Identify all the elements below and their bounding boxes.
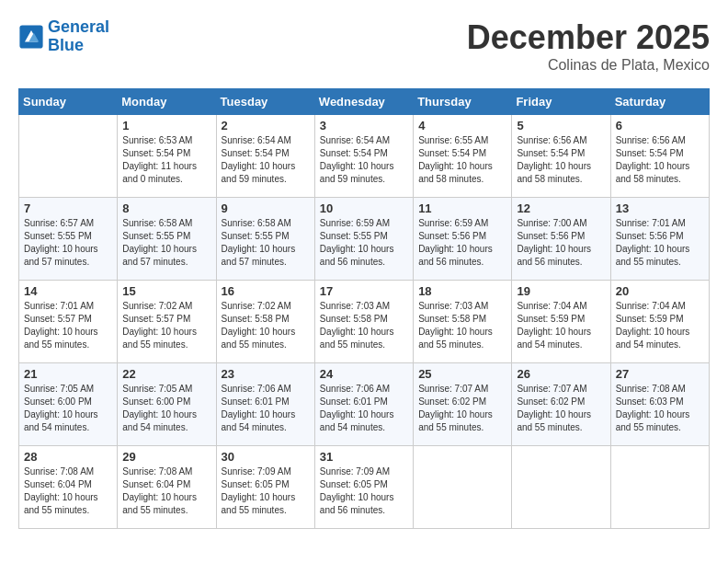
- day-info: Sunrise: 6:58 AM Sunset: 5:55 PM Dayligh…: [222, 217, 310, 269]
- day-cell: 1Sunrise: 6:53 AM Sunset: 5:54 PM Daylig…: [118, 115, 216, 198]
- title-block: December 2025 Colinas de Plata, Mexico: [467, 18, 710, 74]
- day-cell: 7Sunrise: 6:57 AM Sunset: 5:55 PM Daylig…: [19, 198, 118, 281]
- location: Colinas de Plata, Mexico: [467, 57, 710, 74]
- day-info: Sunrise: 7:09 AM Sunset: 6:05 PM Dayligh…: [320, 465, 408, 517]
- day-info: Sunrise: 7:01 AM Sunset: 5:57 PM Dayligh…: [24, 300, 112, 351]
- col-header-thursday: Thursday: [414, 89, 512, 115]
- col-header-saturday: Saturday: [610, 89, 709, 115]
- day-cell: 18Sunrise: 7:03 AM Sunset: 5:58 PM Dayli…: [414, 281, 512, 363]
- day-number: 11: [418, 201, 506, 215]
- day-cell: 23Sunrise: 7:06 AM Sunset: 6:01 PM Dayli…: [216, 363, 314, 446]
- col-header-friday: Friday: [512, 89, 610, 115]
- page-header: General Blue December 2025 Colinas de Pl…: [18, 18, 710, 74]
- day-cell: 21Sunrise: 7:05 AM Sunset: 6:00 PM Dayli…: [19, 363, 118, 446]
- day-cell: 24Sunrise: 7:06 AM Sunset: 6:01 PM Dayli…: [314, 363, 413, 446]
- day-cell: 20Sunrise: 7:04 AM Sunset: 5:59 PM Dayli…: [610, 281, 709, 363]
- day-info: Sunrise: 7:06 AM Sunset: 6:01 PM Dayligh…: [222, 383, 310, 434]
- day-number: 6: [616, 119, 704, 132]
- day-cell: 31Sunrise: 7:09 AM Sunset: 6:05 PM Dayli…: [314, 446, 413, 529]
- day-info: Sunrise: 7:08 AM Sunset: 6:04 PM Dayligh…: [24, 465, 112, 517]
- col-header-monday: Monday: [118, 89, 216, 115]
- week-row-1: 1Sunrise: 6:53 AM Sunset: 5:54 PM Daylig…: [19, 115, 710, 198]
- day-number: 10: [320, 201, 408, 215]
- day-cell: 25Sunrise: 7:07 AM Sunset: 6:02 PM Dayli…: [414, 363, 512, 446]
- day-cell: 3Sunrise: 6:54 AM Sunset: 5:54 PM Daylig…: [314, 115, 413, 198]
- day-cell: 13Sunrise: 7:01 AM Sunset: 5:56 PM Dayli…: [610, 198, 709, 281]
- day-cell: [610, 446, 709, 529]
- day-cell: 30Sunrise: 7:09 AM Sunset: 6:05 PM Dayli…: [216, 446, 314, 529]
- day-info: Sunrise: 6:57 AM Sunset: 5:55 PM Dayligh…: [24, 217, 112, 269]
- col-header-sunday: Sunday: [19, 89, 118, 115]
- day-number: 17: [320, 284, 408, 298]
- day-number: 20: [616, 284, 704, 298]
- day-info: Sunrise: 7:04 AM Sunset: 5:59 PM Dayligh…: [517, 300, 605, 351]
- day-info: Sunrise: 7:03 AM Sunset: 5:58 PM Dayligh…: [320, 300, 408, 351]
- day-info: Sunrise: 7:05 AM Sunset: 6:00 PM Dayligh…: [24, 383, 112, 434]
- day-info: Sunrise: 7:05 AM Sunset: 6:00 PM Dayligh…: [122, 383, 210, 434]
- day-number: 4: [418, 119, 506, 132]
- day-info: Sunrise: 7:07 AM Sunset: 6:02 PM Dayligh…: [418, 383, 506, 434]
- day-number: 14: [24, 284, 112, 298]
- day-info: Sunrise: 7:04 AM Sunset: 5:59 PM Dayligh…: [616, 300, 704, 351]
- day-cell: 16Sunrise: 7:02 AM Sunset: 5:58 PM Dayli…: [216, 281, 314, 363]
- day-info: Sunrise: 7:06 AM Sunset: 6:01 PM Dayligh…: [320, 383, 408, 434]
- day-cell: 9Sunrise: 6:58 AM Sunset: 5:55 PM Daylig…: [216, 198, 314, 281]
- day-info: Sunrise: 7:08 AM Sunset: 6:03 PM Dayligh…: [616, 383, 704, 434]
- week-row-2: 7Sunrise: 6:57 AM Sunset: 5:55 PM Daylig…: [19, 198, 710, 281]
- day-info: Sunrise: 6:55 AM Sunset: 5:54 PM Dayligh…: [418, 134, 506, 186]
- week-row-4: 21Sunrise: 7:05 AM Sunset: 6:00 PM Dayli…: [19, 363, 710, 446]
- col-header-tuesday: Tuesday: [216, 89, 314, 115]
- day-number: 13: [616, 201, 704, 215]
- day-cell: 26Sunrise: 7:07 AM Sunset: 6:02 PM Dayli…: [512, 363, 610, 446]
- day-cell: 15Sunrise: 7:02 AM Sunset: 5:57 PM Dayli…: [118, 281, 216, 363]
- day-cell: 10Sunrise: 6:59 AM Sunset: 5:55 PM Dayli…: [314, 198, 413, 281]
- day-cell: 19Sunrise: 7:04 AM Sunset: 5:59 PM Dayli…: [512, 281, 610, 363]
- day-cell: [19, 115, 118, 198]
- day-info: Sunrise: 7:02 AM Sunset: 5:57 PM Dayligh…: [122, 300, 210, 351]
- day-number: 5: [517, 119, 605, 132]
- day-number: 28: [24, 450, 112, 464]
- day-cell: 29Sunrise: 7:08 AM Sunset: 6:04 PM Dayli…: [118, 446, 216, 529]
- col-header-wednesday: Wednesday: [314, 89, 413, 115]
- day-info: Sunrise: 7:02 AM Sunset: 5:58 PM Dayligh…: [222, 300, 310, 351]
- day-info: Sunrise: 6:56 AM Sunset: 5:54 PM Dayligh…: [616, 134, 704, 186]
- day-info: Sunrise: 6:54 AM Sunset: 5:54 PM Dayligh…: [222, 134, 310, 186]
- day-cell: 8Sunrise: 6:58 AM Sunset: 5:55 PM Daylig…: [118, 198, 216, 281]
- day-number: 22: [122, 367, 210, 381]
- day-number: 19: [517, 284, 605, 298]
- day-number: 29: [122, 450, 210, 464]
- calendar-table: SundayMondayTuesdayWednesdayThursdayFrid…: [18, 88, 710, 529]
- day-cell: 4Sunrise: 6:55 AM Sunset: 5:54 PM Daylig…: [414, 115, 512, 198]
- day-info: Sunrise: 6:53 AM Sunset: 5:54 PM Dayligh…: [122, 134, 210, 186]
- day-info: Sunrise: 7:01 AM Sunset: 5:56 PM Dayligh…: [616, 217, 704, 269]
- month-title: December 2025: [467, 18, 710, 57]
- day-cell: 28Sunrise: 7:08 AM Sunset: 6:04 PM Dayli…: [19, 446, 118, 529]
- day-cell: 22Sunrise: 7:05 AM Sunset: 6:00 PM Dayli…: [118, 363, 216, 446]
- day-info: Sunrise: 6:59 AM Sunset: 5:55 PM Dayligh…: [320, 217, 408, 269]
- day-cell: 12Sunrise: 7:00 AM Sunset: 5:56 PM Dayli…: [512, 198, 610, 281]
- day-number: 15: [122, 284, 210, 298]
- day-info: Sunrise: 7:09 AM Sunset: 6:05 PM Dayligh…: [222, 465, 310, 517]
- day-cell: 5Sunrise: 6:56 AM Sunset: 5:54 PM Daylig…: [512, 115, 610, 198]
- day-cell: 14Sunrise: 7:01 AM Sunset: 5:57 PM Dayli…: [19, 281, 118, 363]
- day-number: 25: [418, 367, 506, 381]
- week-row-3: 14Sunrise: 7:01 AM Sunset: 5:57 PM Dayli…: [19, 281, 710, 363]
- day-number: 1: [122, 119, 210, 132]
- day-number: 23: [222, 367, 310, 381]
- day-number: 21: [24, 367, 112, 381]
- day-info: Sunrise: 6:56 AM Sunset: 5:54 PM Dayligh…: [517, 134, 605, 186]
- logo-icon: [18, 24, 44, 50]
- day-number: 8: [122, 201, 210, 215]
- day-info: Sunrise: 7:03 AM Sunset: 5:58 PM Dayligh…: [418, 300, 506, 351]
- day-number: 31: [320, 450, 408, 464]
- day-number: 3: [320, 119, 408, 132]
- day-info: Sunrise: 6:59 AM Sunset: 5:56 PM Dayligh…: [418, 217, 506, 269]
- day-number: 30: [222, 450, 310, 464]
- day-cell: 6Sunrise: 6:56 AM Sunset: 5:54 PM Daylig…: [610, 115, 709, 198]
- day-info: Sunrise: 7:08 AM Sunset: 6:04 PM Dayligh…: [122, 465, 210, 517]
- day-number: 16: [222, 284, 310, 298]
- day-info: Sunrise: 7:07 AM Sunset: 6:02 PM Dayligh…: [517, 383, 605, 434]
- day-number: 12: [517, 201, 605, 215]
- day-number: 9: [222, 201, 310, 215]
- day-number: 2: [222, 119, 310, 132]
